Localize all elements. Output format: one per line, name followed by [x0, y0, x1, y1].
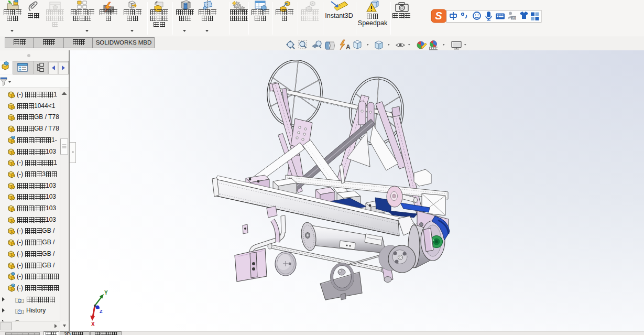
svg-text:Z: Z	[100, 309, 103, 314]
svg-text:X: X	[91, 321, 95, 327]
svg-text:20: 20	[511, 16, 516, 20]
svg-text:Y: Y	[104, 290, 108, 296]
svg-text:S: S	[435, 10, 442, 21]
svg-text:A: A	[346, 44, 351, 51]
